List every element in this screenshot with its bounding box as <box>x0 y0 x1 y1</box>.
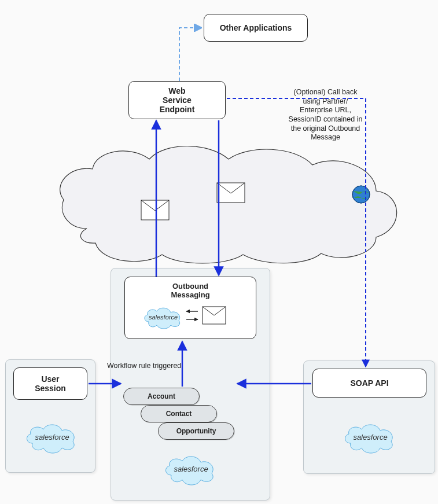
label-soap-response: SOAP Response acknowledgement <box>229 208 304 236</box>
svg-point-0 <box>352 186 370 203</box>
salesforce-logo: salesforce <box>341 417 399 455</box>
cloud-internet <box>60 146 397 264</box>
svg-text:salesforce: salesforce <box>149 314 178 321</box>
salesforce-logo: salesforce <box>142 302 185 330</box>
node-soap-api: SOAP API <box>312 369 426 398</box>
node-other-applications: Other Applications <box>204 14 308 42</box>
globe-icon <box>352 186 370 203</box>
node-web-service-endpoint: Web Service Endpoint <box>128 81 226 119</box>
label-callback: (Optional) Call back using Partner/ Ente… <box>272 88 379 142</box>
entity-contact: Contact <box>141 405 217 422</box>
label-workflow: Workflow rule triggered <box>107 362 200 371</box>
arrow-wse-to-other <box>179 28 201 81</box>
svg-point-1 <box>352 186 370 203</box>
svg-text:salesforce: salesforce <box>174 465 208 473</box>
svg-text:salesforce: salesforce <box>353 433 387 442</box>
salesforce-logo: salesforce <box>23 417 81 455</box>
envelope-icon <box>217 183 245 203</box>
svg-rect-3 <box>217 183 245 203</box>
node-user-session: User Session <box>13 367 87 400</box>
entity-opportunity: Opportunity <box>158 422 234 440</box>
envelope-icon <box>141 200 169 220</box>
label-soap-up: SOAP Up to 100 notifications per SOAP me… <box>106 172 208 200</box>
label-internet: Internet <box>289 192 341 205</box>
svg-rect-2 <box>141 200 169 220</box>
svg-text:salesforce: salesforce <box>35 433 69 442</box>
entity-account: Account <box>123 388 200 405</box>
salesforce-logo: salesforce <box>162 448 220 487</box>
